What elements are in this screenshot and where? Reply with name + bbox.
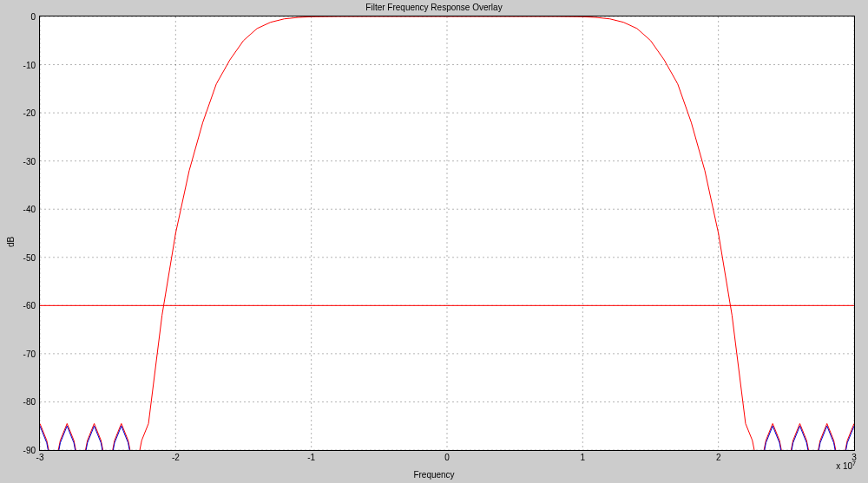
x-tick-label: -2 xyxy=(172,453,180,462)
y-tick-label: 0 xyxy=(15,12,36,22)
y-tick-label: -40 xyxy=(15,205,36,214)
y-tick-label: -90 xyxy=(15,446,36,455)
chart-title: Filter Frequency Response Overlay xyxy=(0,3,868,12)
figure-container: Filter Frequency Response Overlay dB -3-… xyxy=(0,0,868,483)
x-tick-label: 1 xyxy=(581,453,586,462)
x-tick-label: -1 xyxy=(307,453,315,462)
y-tick-label: -80 xyxy=(15,397,36,407)
plot-area xyxy=(39,16,855,451)
x-tick-label: -3 xyxy=(36,453,44,462)
y-tick-label: -70 xyxy=(15,349,36,358)
y-axis-label: dB xyxy=(6,236,16,246)
x-axis-label: Frequency xyxy=(0,470,868,480)
y-tick-label: -50 xyxy=(15,252,36,262)
x-tick-label: 0 xyxy=(444,453,450,462)
y-tick-label: -20 xyxy=(15,108,36,118)
y-tick-label: -30 xyxy=(15,156,36,166)
plot-svg xyxy=(40,16,854,450)
x-tick-label: 2 xyxy=(716,453,721,462)
x-axis-multiplier: x 10^7 x 107 xyxy=(836,460,856,471)
y-tick-label: -10 xyxy=(15,60,36,69)
y-tick-label: -60 xyxy=(15,301,36,310)
